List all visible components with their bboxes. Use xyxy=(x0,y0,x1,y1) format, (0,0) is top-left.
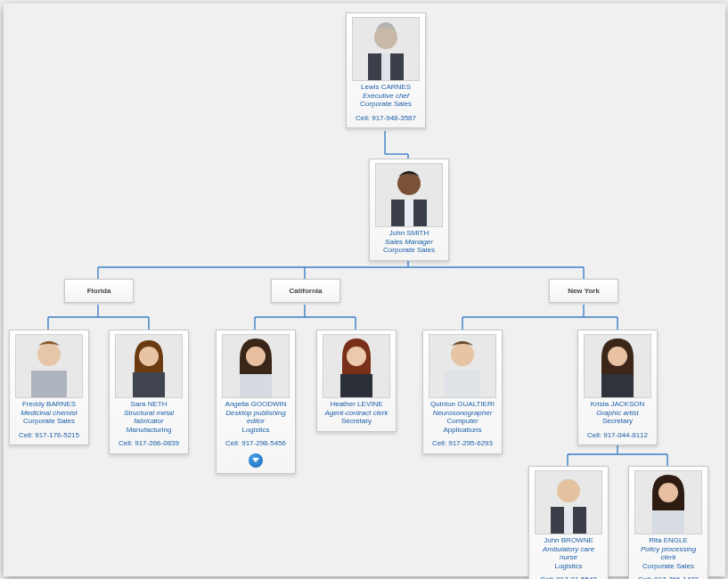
person-dept: Manufacturing xyxy=(113,426,184,435)
svg-rect-41 xyxy=(601,374,634,397)
region-new-york[interactable]: New York xyxy=(549,279,618,303)
person-cell: Cell: 917-295-6293 xyxy=(427,439,498,448)
person-name: Sara NETH xyxy=(113,400,184,409)
person-cell: Cell: 917-266-0839 xyxy=(113,439,184,448)
avatar xyxy=(352,17,420,81)
svg-point-42 xyxy=(557,479,580,502)
person-dept: Logistics xyxy=(533,562,604,571)
svg-rect-46 xyxy=(652,510,684,534)
person-dept: Corporate Sales xyxy=(350,100,421,109)
region-label: New York xyxy=(568,287,600,295)
person-role: Sales Manager xyxy=(373,238,445,247)
svg-rect-26 xyxy=(381,53,390,80)
person-card-john-browne[interactable]: John BROWNE Ambulatory care nurse Logist… xyxy=(528,466,609,579)
person-role: Graphic artist xyxy=(582,409,653,418)
person-card-sara-neth[interactable]: Sara NETH Structural metal fabricator Ma… xyxy=(109,330,189,454)
svg-point-36 xyxy=(347,347,366,366)
region-california[interactable]: California xyxy=(271,279,340,303)
avatar xyxy=(535,470,602,534)
person-name: Angelia GOODWIN xyxy=(220,400,291,409)
person-role: Executive chef xyxy=(350,92,421,101)
svg-point-45 xyxy=(658,483,678,502)
person-dept: Secretary xyxy=(582,417,653,426)
person-card-lewis-carnes[interactable]: Lewis CARNES Executive chef Corporate Sa… xyxy=(346,12,426,128)
svg-point-40 xyxy=(608,347,627,366)
person-name: John SMITH xyxy=(373,229,445,238)
svg-rect-31 xyxy=(31,371,67,397)
svg-rect-37 xyxy=(340,374,372,397)
avatar xyxy=(15,334,83,398)
person-cell: Cell: 917-21-5542 xyxy=(533,575,604,579)
region-label: California xyxy=(290,287,323,295)
person-cell: Cell: 917-176-5215 xyxy=(13,431,85,440)
svg-point-38 xyxy=(451,343,474,366)
svg-rect-33 xyxy=(133,372,165,397)
avatar xyxy=(222,334,290,398)
person-role: Desktop publishing editor xyxy=(220,409,291,426)
expand-icon[interactable] xyxy=(249,453,263,468)
svg-point-34 xyxy=(246,347,266,366)
person-name: Heather LEVINE xyxy=(321,400,392,409)
person-dept: Corporate Sales xyxy=(13,417,85,426)
avatar xyxy=(323,334,390,398)
svg-rect-39 xyxy=(445,371,480,397)
person-card-john-smith[interactable]: John SMITH Sales Manager Corporate Sales xyxy=(369,159,449,261)
person-card-quinton-gualtieri[interactable]: Quinton GUALTIERI Neurosonographer Compu… xyxy=(422,330,503,454)
region-label: Florida xyxy=(87,287,111,295)
person-dept: Corporate Sales xyxy=(373,246,445,255)
person-name: Lewis CARNES xyxy=(350,83,421,92)
person-name: John BROWNE xyxy=(533,536,604,545)
person-cell: Cell: 917-298-5456 xyxy=(220,439,291,448)
person-role: Agent-contract clerk xyxy=(321,409,392,418)
person-cell: Cell: 917-766-1473 xyxy=(633,575,704,579)
svg-point-30 xyxy=(37,343,61,366)
person-role: Structural metal fabricator xyxy=(113,409,184,426)
person-cell: Cell: 917-044-8112 xyxy=(582,431,653,440)
person-role: Policy processing clerk xyxy=(633,545,704,562)
person-cell: Cell: 917-948-3587 xyxy=(350,114,421,123)
person-role: Ambulatory care nurse xyxy=(533,545,604,562)
region-florida[interactable]: Florida xyxy=(64,279,134,303)
person-card-freddy-barnes[interactable]: Freddy BARNES Medicinal chemist Corporat… xyxy=(9,330,89,445)
person-name: Krista JACKSON xyxy=(582,400,653,409)
person-dept: Corporate Sales xyxy=(633,562,704,571)
person-role: Neurosonographer xyxy=(427,409,498,418)
person-card-rita-engle[interactable]: Rita ENGLE Policy processing clerk Corpo… xyxy=(628,466,708,579)
person-card-krista-jackson[interactable]: Krista JACKSON Graphic artist Secretary … xyxy=(577,330,658,445)
person-role: Medicinal chemist xyxy=(13,409,85,418)
svg-rect-29 xyxy=(405,200,413,226)
avatar xyxy=(634,470,702,534)
person-name: Quinton GUALTIERI xyxy=(427,400,498,409)
svg-rect-44 xyxy=(564,507,573,534)
avatar xyxy=(115,334,183,398)
person-dept: Computer Applications xyxy=(427,417,498,434)
avatar xyxy=(429,334,496,398)
person-dept: Secretary xyxy=(321,417,392,426)
avatar xyxy=(375,163,443,227)
person-dept: Logistics xyxy=(220,426,291,435)
person-name: Rita ENGLE xyxy=(633,536,704,545)
svg-point-27 xyxy=(397,172,421,195)
svg-rect-35 xyxy=(240,374,272,397)
avatar xyxy=(584,334,651,398)
person-card-angelia-goodwin[interactable]: Angelia GOODWIN Desktop publishing edito… xyxy=(216,330,296,474)
svg-point-32 xyxy=(139,347,159,366)
person-card-heather-levine[interactable]: Heather LEVINE Agent-contract clerk Secr… xyxy=(316,330,397,432)
person-name: Freddy BARNES xyxy=(13,400,85,409)
